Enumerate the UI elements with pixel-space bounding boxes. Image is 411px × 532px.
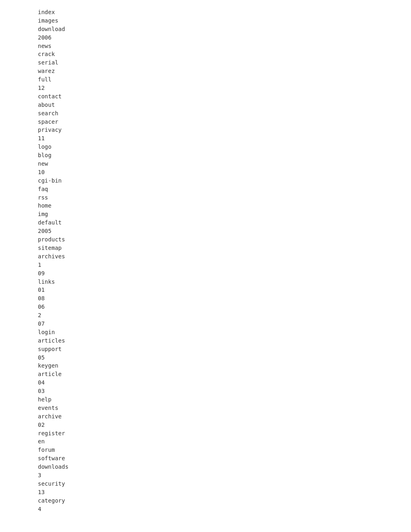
list-item: 02 <box>38 421 373 429</box>
list-item: index <box>38 8 373 17</box>
list-item: archive <box>38 412 373 421</box>
list-item: default <box>38 218 373 227</box>
list-item: products <box>38 235 373 244</box>
list-item: 09 <box>38 269 373 278</box>
list-item: img <box>38 210 373 218</box>
list-item: register <box>38 429 373 438</box>
list-item: faq <box>38 185 373 193</box>
list-item: search <box>38 109 373 118</box>
list-item: 3 <box>38 471 373 480</box>
list-item: 2005 <box>38 227 373 235</box>
list-item: news <box>38 42 373 50</box>
word-list: indeximagesdownload2006newscrackserialwa… <box>38 8 373 513</box>
list-item: sitemap <box>38 244 373 252</box>
list-item: 05 <box>38 353 373 362</box>
list-item: en <box>38 437 373 446</box>
list-item: archives <box>38 252 373 261</box>
list-item: 11 <box>38 134 373 143</box>
list-item: images <box>38 17 373 25</box>
list-item: crack <box>38 50 373 58</box>
list-item: support <box>38 345 373 353</box>
list-item: warez <box>38 67 373 75</box>
list-item: 2006 <box>38 33 373 42</box>
list-item: category <box>38 497 373 505</box>
list-item: 08 <box>38 294 373 303</box>
list-item: 04 <box>38 378 373 387</box>
list-item: security <box>38 480 373 488</box>
list-item: 1 <box>38 261 373 269</box>
list-item: 4 <box>38 505 373 513</box>
list-item: spacer <box>38 118 373 126</box>
list-item: forum <box>38 446 373 454</box>
list-item: 13 <box>38 488 373 497</box>
list-item: software <box>38 454 373 463</box>
list-item: article <box>38 370 373 378</box>
list-item: login <box>38 328 373 337</box>
list-item: rss <box>38 193 373 202</box>
list-item: logo <box>38 143 373 151</box>
list-item: 01 <box>38 286 373 294</box>
list-item: 03 <box>38 387 373 395</box>
list-item: articles <box>38 337 373 345</box>
list-item: help <box>38 395 373 404</box>
list-item: 10 <box>38 168 373 177</box>
list-item: 07 <box>38 320 373 328</box>
list-item: about <box>38 101 373 109</box>
list-item: 2 <box>38 311 373 320</box>
list-item: home <box>38 202 373 210</box>
list-item: events <box>38 404 373 412</box>
list-item: 06 <box>38 303 373 311</box>
list-item: downloads <box>38 463 373 471</box>
list-item: keygen <box>38 362 373 370</box>
list-item: new <box>38 160 373 168</box>
list-item: links <box>38 278 373 286</box>
list-item: serial <box>38 58 373 67</box>
list-item: download <box>38 25 373 33</box>
list-item: full <box>38 75 373 84</box>
list-item: 12 <box>38 84 373 92</box>
list-item: contact <box>38 92 373 101</box>
list-item: blog <box>38 151 373 160</box>
list-item: privacy <box>38 126 373 134</box>
list-item: cgi-bin <box>38 177 373 185</box>
